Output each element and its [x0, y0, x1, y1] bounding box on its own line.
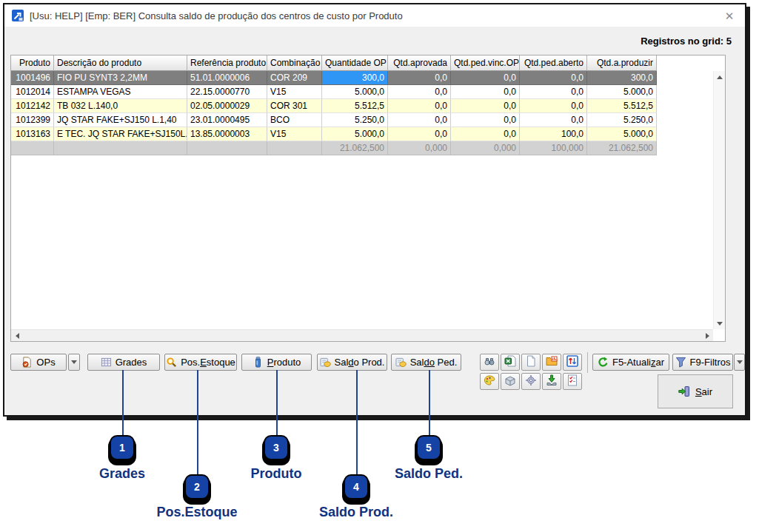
palette-icon: [484, 374, 495, 389]
scroll-down-arrow[interactable]: [714, 317, 726, 329]
table-cell[interactable]: 1013163: [11, 127, 54, 141]
f9-filtros-button[interactable]: F9-Filtros: [672, 354, 733, 371]
table-cell[interactable]: 5.000,0: [322, 127, 388, 141]
column-header-descricao[interactable]: Descrição do produto: [54, 55, 187, 71]
checklist-icon: [566, 374, 578, 389]
table-cell[interactable]: 5.512,5: [587, 99, 657, 113]
table-cell[interactable]: 51.01.0000006: [187, 71, 267, 85]
table-cell[interactable]: 0,0: [451, 127, 520, 141]
table-cell[interactable]: 1001496: [11, 71, 54, 85]
column-header-qtd-a-produzir[interactable]: Qtd.a.produzir: [587, 55, 657, 71]
produto-button[interactable]: Produto: [241, 354, 312, 371]
column-header-combinacao[interactable]: Combinação: [267, 55, 322, 71]
table-cell[interactable]: 5.250,0: [587, 113, 657, 127]
vertical-scrollbar[interactable]: [713, 71, 725, 329]
sort-button[interactable]: [563, 354, 582, 371]
settings-button[interactable]: [521, 373, 541, 390]
close-button[interactable]: ✕: [721, 8, 738, 24]
table-cell[interactable]: 1012014: [11, 85, 54, 99]
table-cell[interactable]: 0,0: [520, 113, 587, 127]
column-header-quantidade-op[interactable]: Quantidade OP: [322, 55, 388, 71]
package-button[interactable]: [501, 373, 520, 390]
f5-atualizar-button[interactable]: F5-Atualizar: [592, 354, 669, 371]
ops-dropdown-arrow[interactable]: [68, 354, 80, 371]
table-cell[interactable]: 23.01.0000495: [187, 113, 267, 127]
scroll-left-arrow[interactable]: [11, 330, 23, 342]
palette-button[interactable]: [480, 373, 499, 390]
table-cell[interactable]: 0,0: [451, 113, 520, 127]
table-cell[interactable]: 22.15.0000770: [187, 85, 267, 99]
table-cell[interactable]: 0,0: [388, 127, 451, 141]
f9-dropdown-arrow[interactable]: [734, 354, 745, 371]
totals-cell: [187, 141, 267, 155]
scroll-right-arrow[interactable]: [701, 330, 713, 342]
table-cell[interactable]: 13.85.0000003: [187, 127, 267, 141]
import-button[interactable]: [542, 373, 561, 390]
table-cell[interactable]: 5.512,5: [322, 99, 388, 113]
table-cell[interactable]: BCO: [267, 113, 322, 127]
table-cell[interactable]: V15: [267, 127, 322, 141]
table-cell[interactable]: 02.05.0000029: [187, 99, 267, 113]
table-cell[interactable]: 0,0: [520, 85, 587, 99]
sair-button[interactable]: Sair: [658, 374, 733, 408]
totals-cell: [54, 141, 187, 155]
table-cell[interactable]: E TEC. JQ STAR FAKE+SJ150L.140: [54, 127, 187, 141]
f9-filtros-label: F9-Filtros: [690, 357, 731, 368]
close-icon: ✕: [725, 10, 735, 22]
column-header-produto[interactable]: Produto: [11, 55, 54, 71]
table-cell[interactable]: TB 032 L.140,0: [54, 99, 187, 113]
grid-table-icon: [101, 357, 112, 368]
table-cell[interactable]: 1012142: [11, 99, 54, 113]
callout-badge-5: 5: [416, 435, 441, 460]
callout-line-4: [356, 370, 358, 477]
exit-door-icon: [678, 385, 690, 397]
horizontal-scrollbar[interactable]: [11, 329, 713, 341]
title-bar: [Usu: HELP] [Emp: BER] Consulta saldo de…: [4, 4, 745, 27]
pos-estoque-label: Pos.Estoque: [181, 357, 235, 368]
callout-line-3: [276, 370, 278, 438]
table-cell[interactable]: 0,0: [520, 99, 587, 113]
table-cell[interactable]: 0,0: [388, 71, 451, 85]
table-cell[interactable]: 1012399: [11, 113, 54, 127]
scroll-up-arrow[interactable]: [714, 71, 726, 83]
table-cell[interactable]: 0,0: [451, 71, 520, 85]
saldo-ped-button[interactable]: Saldo Ped.: [391, 354, 461, 371]
column-header-qtd-ped-vinc-op[interactable]: Qtd.ped.vinc.OP: [451, 55, 520, 71]
search-binoculars-button[interactable]: [480, 354, 499, 371]
grades-button[interactable]: Grades: [87, 354, 160, 371]
magnifier-icon: [166, 357, 177, 368]
table-cell[interactable]: 0,0: [388, 99, 451, 113]
column-header-referencia[interactable]: Referência produto: [187, 55, 267, 71]
table-cell[interactable]: 0,0: [520, 71, 587, 85]
ops-button[interactable]: OPs: [10, 354, 67, 371]
export-excel-button[interactable]: [501, 354, 520, 371]
table-cell[interactable]: V15: [267, 85, 322, 99]
checklist-button[interactable]: [563, 373, 582, 390]
saldo-prod-label: Saldo Prod.: [335, 357, 385, 368]
folder-chart-button[interactable]: [542, 354, 561, 371]
table-cell[interactable]: COR 209: [267, 71, 322, 85]
table-cell[interactable]: ESTAMPA VEGAS: [54, 85, 187, 99]
table-cell-focused[interactable]: 300,0: [322, 71, 388, 85]
new-document-button[interactable]: [521, 354, 541, 371]
table-cell[interactable]: COR 301: [267, 99, 322, 113]
table-cell[interactable]: 0,0: [451, 85, 520, 99]
table-cell[interactable]: 300,0: [587, 71, 657, 85]
folder-hand-icon: [395, 357, 407, 368]
table-cell[interactable]: 5.000,0: [587, 127, 657, 141]
table-cell[interactable]: 5.000,0: [322, 85, 388, 99]
totals-cell: 0,000: [451, 141, 520, 155]
saldo-prod-button[interactable]: Saldo Prod.: [317, 354, 387, 371]
table-cell[interactable]: 100,0: [520, 127, 587, 141]
pos-estoque-button[interactable]: Pos.Estoque: [164, 354, 237, 371]
table-cell[interactable]: 5.250,0: [322, 113, 388, 127]
column-header-qtd-aprovada[interactable]: Qtd.aprovada: [388, 55, 451, 71]
table-cell[interactable]: 0,0: [388, 85, 451, 99]
column-header-qtd-ped-aberto[interactable]: Qtd.ped.aberto: [520, 55, 587, 71]
excel-export-icon: [504, 355, 516, 370]
table-cell[interactable]: FIO PU SYNT3 2,2MM: [54, 71, 187, 85]
table-cell[interactable]: 5.000,0: [587, 85, 657, 99]
table-cell[interactable]: 0,0: [388, 113, 451, 127]
table-cell[interactable]: JQ STAR FAKE+SJ150 L.1,40: [54, 113, 187, 127]
table-cell[interactable]: 0,0: [451, 99, 520, 113]
